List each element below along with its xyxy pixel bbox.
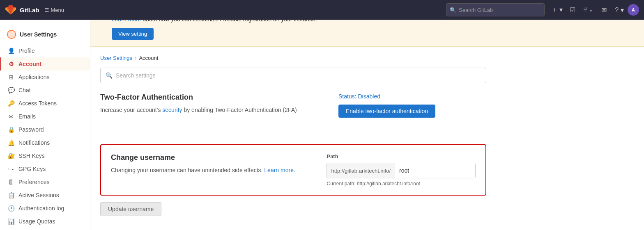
sidebar-item-access-tokens[interactable]: 🔑 Access Tokens xyxy=(0,97,90,110)
two-factor-desc: Increase your account's security by enab… xyxy=(100,106,319,114)
two-factor-section: Two-Factor Authentication Increase your … xyxy=(100,93,486,131)
chat-icon: 💬 xyxy=(8,87,14,93)
path-input-row: http://gitlab.arkitecht.info/ xyxy=(327,163,476,178)
merge-requests-button[interactable]: ⑂ ▾ xyxy=(581,2,596,17)
add-button[interactable]: ＋ ▾ xyxy=(550,2,564,17)
access-tokens-icon: 🔑 xyxy=(8,100,14,107)
profile-icon: 👤 xyxy=(8,48,14,54)
sidebar-item-chat[interactable]: 💬 Chat xyxy=(0,84,90,97)
view-setting-button[interactable]: View setting xyxy=(112,28,154,40)
global-search-container: 🔍 xyxy=(446,3,545,16)
breadcrumb: User Settings › Account xyxy=(100,55,634,61)
current-path-text: Current path: http://gitlab.arkitecht.in… xyxy=(327,181,476,187)
todo-button[interactable]: ☑ xyxy=(565,2,580,17)
page-content: User Settings › Account 🔍 Two-Factor Aut… xyxy=(90,47,644,224)
sidebar-item-emails[interactable]: ✉ Emails xyxy=(0,110,90,123)
username-right: Path http://gitlab.arkitecht.info/ Curre… xyxy=(327,153,476,187)
update-username-container: Update username xyxy=(100,202,486,216)
nav-icon-group: ＋ ▾ ☑ ⑂ ▾ ✉ ? ▾ A xyxy=(550,2,639,17)
enable-2fa-button[interactable]: Enable two-factor authentication xyxy=(338,105,435,118)
settings-search-icon: 🔍 xyxy=(106,72,113,79)
notifications-icon: 🔔 xyxy=(8,139,14,146)
settings-search-input[interactable] xyxy=(116,72,481,79)
sidebar-item-password[interactable]: 🔒 Password xyxy=(0,123,90,136)
auth-log-icon: 🕐 xyxy=(8,205,14,212)
two-factor-right: Status: Disabled Enable two-factor authe… xyxy=(338,93,486,118)
avatar[interactable]: A xyxy=(628,4,639,16)
sidebar-title: User Settings xyxy=(0,26,90,44)
sidebar-item-applications[interactable]: ⊞ Applications xyxy=(0,71,90,84)
menu-button[interactable]: ☰ Menu xyxy=(44,7,64,13)
gpg-keys-icon: 🗝 xyxy=(8,166,14,172)
two-factor-left: Two-Factor Authentication Increase your … xyxy=(100,93,319,114)
applications-icon: ⊞ xyxy=(8,74,14,80)
two-factor-row: Two-Factor Authentication Increase your … xyxy=(100,93,486,118)
breadcrumb-parent-link[interactable]: User Settings xyxy=(100,55,132,61)
sidebar-item-notifications[interactable]: 🔔 Notifications xyxy=(0,136,90,149)
update-username-button[interactable]: Update username xyxy=(100,202,161,216)
change-username-desc: Changing your username can have unintend… xyxy=(111,166,307,175)
username-input[interactable] xyxy=(395,163,475,178)
preferences-icon: 🎛 xyxy=(8,179,14,185)
global-search-input[interactable] xyxy=(459,7,541,13)
sidebar-item-account[interactable]: ⚙ Account xyxy=(0,57,90,71)
sidebar-item-preferences[interactable]: 🎛 Preferences xyxy=(0,175,90,189)
breadcrumb-current: Account xyxy=(139,55,158,61)
path-prefix: http://gitlab.arkitecht.info/ xyxy=(327,163,395,178)
settings-search-container: 🔍 xyxy=(100,68,486,83)
usage-quotas-icon: 📊 xyxy=(8,218,14,224)
password-icon: 🔒 xyxy=(8,126,14,133)
sidebar-item-usage-quotas[interactable]: 📊 Usage Quotas xyxy=(0,215,90,224)
logo-text: GitLab xyxy=(20,7,39,14)
main-content: ⚠ Open registration is enabled on your i… xyxy=(90,0,644,224)
active-sessions-icon: 📋 xyxy=(8,192,14,198)
ssh-keys-icon: 🔐 xyxy=(8,153,14,159)
two-factor-title: Two-Factor Authentication xyxy=(100,93,319,102)
account-icon: ⚙ xyxy=(8,61,14,67)
two-factor-security-link[interactable]: security xyxy=(162,107,182,113)
sidebar-item-ssh-keys[interactable]: 🔐 SSH Keys xyxy=(0,149,90,162)
sidebar-item-active-sessions[interactable]: 📋 Active Sessions xyxy=(0,189,90,202)
breadcrumb-separator: › xyxy=(135,55,136,61)
change-username-title: Change username xyxy=(111,153,307,162)
issues-button[interactable]: ✉ xyxy=(596,2,611,17)
top-navigation: GitLab ☰ Menu 🔍 ＋ ▾ ☑ ⑂ ▾ ✉ ? ▾ A xyxy=(0,0,644,20)
emails-icon: ✉ xyxy=(8,113,14,120)
learn-more-link[interactable]: Learn more. xyxy=(264,167,295,173)
search-icon: 🔍 xyxy=(450,7,456,13)
sidebar-item-auth-log[interactable]: 🕐 Authentication log xyxy=(0,202,90,215)
sidebar: User Settings 👤 Profile ⚙ Account ⊞ Appl… xyxy=(0,20,90,224)
username-left: Change username Changing your username c… xyxy=(111,153,307,175)
sidebar-item-profile[interactable]: 👤 Profile xyxy=(0,44,90,57)
change-username-section: Change username Changing your username c… xyxy=(100,144,486,196)
path-label: Path xyxy=(327,153,476,159)
sidebar-item-gpg-keys[interactable]: 🗝 GPG Keys xyxy=(0,162,90,175)
gitlab-logo[interactable]: GitLab xyxy=(5,4,39,16)
two-factor-status: Status: Disabled xyxy=(338,93,486,100)
change-username-inner: Change username Changing your username c… xyxy=(111,153,476,187)
help-button[interactable]: ? ▾ xyxy=(612,2,627,17)
